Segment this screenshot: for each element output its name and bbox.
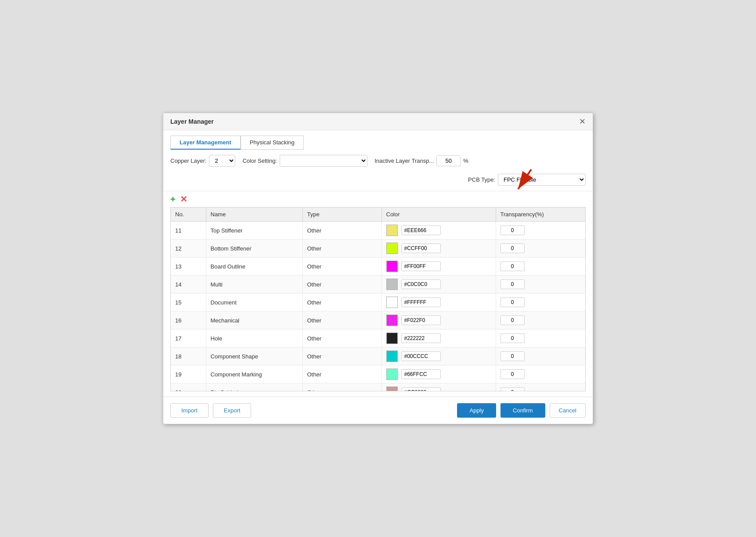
transparency-input[interactable] [500,226,525,235]
cell-transparency[interactable] [496,222,585,240]
color-hex-input[interactable] [401,369,441,379]
table-row: 19Component MarkingOther [171,365,585,383]
controls-row: Copper Layer: 2 4 6 Color Setting: Inact… [163,150,593,191]
cell-color[interactable] [382,294,496,311]
cell-no: 16 [171,311,206,329]
table-row: 18Component ShapeOther [171,347,585,365]
cell-transparency[interactable] [496,329,585,347]
color-swatch[interactable] [386,279,398,290]
transparency-input[interactable] [500,351,525,361]
cell-color[interactable] [382,311,496,329]
color-hex-input[interactable] [401,387,441,391]
cell-type: Other [302,276,382,294]
transparency-input[interactable] [500,279,525,289]
cell-no: 18 [171,347,206,365]
layer-manager-dialog: Layer Manager ✕ Layer Management Physica… [163,113,593,424]
apply-button[interactable]: Apply [457,403,496,418]
actions-row: + ✕ [163,191,593,207]
remove-layer-button[interactable]: ✕ [180,195,187,204]
color-swatch[interactable] [386,351,398,362]
cancel-button[interactable]: Cancel [550,403,586,418]
cell-color[interactable] [382,329,496,347]
cell-transparency[interactable] [496,365,585,383]
add-layer-button[interactable]: + [170,195,176,204]
color-setting-group: Color Setting: [242,155,367,167]
cell-name: Top Stiffener [206,222,302,240]
cell-no: 12 [171,240,206,258]
color-swatch[interactable] [386,315,398,326]
cell-transparency[interactable] [496,383,585,392]
cell-name: Bottom Stiffener [206,240,302,258]
inactive-layer-input[interactable]: 50 [436,155,461,166]
import-button[interactable]: Import [170,403,209,418]
cell-name: Board Outline [206,258,302,276]
color-hex-input[interactable] [401,226,441,235]
close-button[interactable]: ✕ [579,118,586,125]
transparency-input[interactable] [500,297,525,307]
color-swatch[interactable] [386,369,398,380]
cell-type: Other [302,365,382,383]
cell-color[interactable] [382,347,496,365]
transparency-input[interactable] [500,243,525,253]
color-swatch[interactable] [386,297,398,308]
col-header-type: Type [302,208,382,222]
export-button[interactable]: Export [213,403,252,418]
cell-color[interactable] [382,258,496,276]
table-row: 16MechanicalOther [171,311,585,329]
color-swatch[interactable] [386,387,398,391]
cell-name: Component Shape [206,347,302,365]
cell-no: 11 [171,222,206,240]
cell-type: Other [302,240,382,258]
table-row: 15DocumentOther [171,294,585,311]
cell-type: Other [302,311,382,329]
confirm-button[interactable]: Confirm [500,403,545,418]
color-setting-select[interactable] [280,155,367,167]
tab-physical-stacking[interactable]: Physical Stacking [241,136,304,150]
transparency-input[interactable] [500,369,525,379]
transparency-input[interactable] [500,261,525,271]
cell-no: 20 [171,383,206,392]
cell-transparency[interactable] [496,240,585,258]
table-row: 12Bottom StiffenerOther [171,240,585,258]
color-hex-input[interactable] [401,351,441,361]
color-swatch[interactable] [386,243,398,254]
cell-color[interactable] [382,365,496,383]
cell-transparency[interactable] [496,258,585,276]
cell-color[interactable] [382,276,496,294]
color-hex-input[interactable] [401,261,441,271]
col-header-color: Color [382,208,496,222]
layers-table: No. Name Type Color Transparency(%) 11To… [171,208,585,391]
copper-layer-select[interactable]: 2 4 6 [209,155,235,167]
cell-type: Other [302,383,382,392]
transparency-input[interactable] [500,315,525,325]
pcb-type-select[interactable]: FPC Flexible Rigid [498,174,586,186]
cell-color[interactable] [382,222,496,240]
cell-color[interactable] [382,383,496,392]
cell-color[interactable] [382,240,496,258]
color-hex-input[interactable] [401,297,441,307]
color-hex-input[interactable] [401,333,441,343]
cell-transparency[interactable] [496,294,585,311]
copper-layer-group: Copper Layer: 2 4 6 [170,155,235,167]
cell-name: Pin Soldering [206,383,302,392]
percent-symbol: % [463,158,468,164]
color-hex-input[interactable] [401,279,441,289]
cell-no: 19 [171,365,206,383]
transparency-input[interactable] [500,333,525,343]
footer-row: Import Export Apply Confirm Cancel [163,397,593,424]
table-row: 13Board OutlineOther [171,258,585,276]
color-swatch[interactable] [386,261,398,272]
transparency-input[interactable] [500,387,525,391]
color-hex-input[interactable] [401,243,441,253]
cell-transparency[interactable] [496,347,585,365]
tabs-row: Layer Management Physical Stacking [163,130,593,150]
color-swatch[interactable] [386,225,398,236]
color-swatch[interactable] [386,333,398,344]
copper-layer-label: Copper Layer: [170,158,206,164]
color-hex-input[interactable] [401,315,441,325]
table-row: 14MultiOther [171,276,585,294]
col-header-transparency: Transparency(%) [496,208,585,222]
cell-transparency[interactable] [496,311,585,329]
cell-transparency[interactable] [496,276,585,294]
tab-layer-management[interactable]: Layer Management [170,136,241,150]
